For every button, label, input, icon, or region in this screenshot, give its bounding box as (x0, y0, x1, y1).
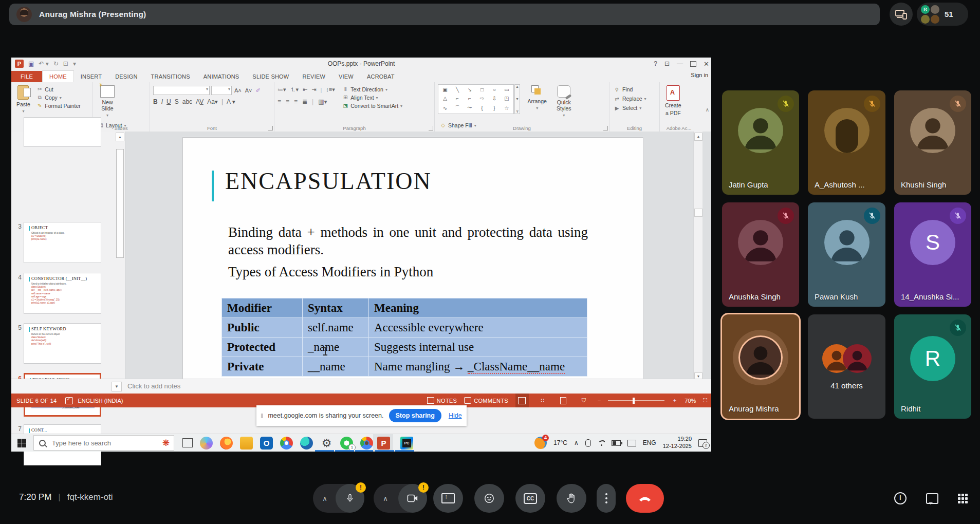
language-indicator[interactable]: ENGLISH (INDIA) (78, 398, 123, 404)
align-text-button[interactable]: ⊞Align Text▾ (342, 95, 402, 101)
tab-review[interactable]: REVIEW (295, 71, 332, 82)
display-cast-icon[interactable] (627, 440, 636, 446)
underline-button[interactable]: U (167, 98, 171, 105)
zoom-level[interactable]: 70% (685, 398, 696, 404)
new-slide-button[interactable]: New Slide▾ (96, 84, 119, 120)
convert-smartart-button[interactable]: ⬔Convert to SmartArt▾ (342, 103, 402, 109)
thumbnail-scroll-thumb[interactable] (116, 149, 124, 258)
tile-41-others[interactable]: 41 others (808, 314, 885, 419)
stop-sharing-button[interactable]: Stop sharing (389, 409, 441, 422)
increase-indent-button[interactable]: ⇥ (311, 86, 316, 93)
fit-slide-button[interactable]: ⛶ (703, 397, 707, 404)
tray-clock[interactable]: 19:2012-12-2025 (663, 436, 692, 450)
align-left-button[interactable]: ≡ (278, 98, 281, 105)
slide-number-indicator[interactable]: SLIDE 6 OF 14 (16, 398, 57, 404)
minimize-button[interactable]: — (677, 60, 683, 67)
cut-button[interactable]: ✂Cut (36, 86, 80, 92)
ppt-titlebar[interactable]: P ▣ ↶ ▾ ↻ ⊡ ▾ OOPs.pptx - PowerPoint ? ⊡… (11, 58, 711, 70)
taskbar-search[interactable]: ❋ (33, 435, 174, 451)
hide-banner-link[interactable]: Hide (449, 412, 462, 419)
char-spacing-button[interactable]: AV̲ (196, 98, 204, 105)
meeting-details-icon[interactable]: i (894, 492, 907, 504)
quick-styles-button[interactable]: Quick Styles▾ (551, 84, 577, 120)
captions-button[interactable]: CC (515, 484, 545, 513)
arrange-button[interactable]: Arrange▾ (525, 84, 548, 120)
tab-slideshow[interactable]: SLIDE SHOW (246, 71, 295, 82)
normal-view-button[interactable] (515, 394, 529, 407)
weather-icon[interactable]: 4 (534, 437, 547, 449)
shapes-scroll[interactable]: ▲▼⊽ (514, 84, 520, 114)
notes-collapse-button[interactable]: ▼ (112, 382, 122, 391)
replace-button[interactable]: ⇄Replace▾ (614, 96, 646, 102)
hidden-icons-chevron[interactable]: ∧ (574, 439, 579, 446)
tile-ashutosh[interactable]: A_Ashutosh ... (808, 90, 885, 195)
activities-grid-icon[interactable] (958, 494, 968, 503)
tile-pawan-kush[interactable]: Pawan Kush (808, 202, 885, 307)
input-language[interactable]: ENG (643, 439, 656, 446)
paragraph-dialog-launcher[interactable] (429, 126, 433, 130)
tray-mic-icon[interactable] (585, 439, 591, 447)
thumbnail-slide-4[interactable]: CONSTRUCTOR (__INIT__) Used to initialis… (24, 273, 101, 314)
change-case-button[interactable]: Aa▾ (207, 98, 218, 105)
align-right-button[interactable]: ≡ (294, 98, 298, 105)
numbering-button[interactable]: ⒈▾ (290, 86, 299, 93)
line-spacing-button[interactable]: ↕≡▾ (326, 86, 335, 93)
tile-anurag-mishra-speaking[interactable]: Anurag Mishra (722, 314, 799, 419)
font-color-button[interactable]: A ▾ (227, 98, 235, 105)
slide-body-text[interactable]: Binding data + methods in one unit and p… (228, 224, 588, 259)
paste-button[interactable]: Paste▾ (14, 84, 32, 120)
columns-button[interactable]: ▥▾ (318, 98, 327, 105)
bold-button[interactable]: B (153, 98, 158, 105)
mic-button[interactable]: ! (336, 484, 364, 513)
participants-count-chip[interactable]: R 51 (917, 3, 968, 26)
restore-button[interactable] (690, 61, 696, 67)
font-name-select[interactable] (153, 86, 210, 95)
ribbon-options-button[interactable]: ⊡ (664, 60, 670, 67)
collapse-ribbon-button[interactable]: ∧ (706, 107, 709, 113)
raise-hand-button[interactable] (557, 484, 586, 513)
tile-ridhit[interactable]: R Ridhit (894, 314, 971, 419)
tab-transitions[interactable]: TRANSITIONS (144, 71, 197, 82)
create-pdf-button[interactable]: Createa PDF (663, 84, 683, 120)
thumbnail-scrollbar[interactable]: ▲ ▼ (115, 132, 124, 407)
tab-insert[interactable]: INSERT (74, 71, 108, 82)
taskbar-chrome-profile[interactable] (353, 434, 373, 452)
shrink-font-button[interactable]: A˅ (244, 87, 253, 93)
help-button[interactable]: ? (654, 60, 657, 67)
notification-center-icon[interactable]: 2 (698, 439, 707, 447)
font-dialog-launcher[interactable] (268, 126, 273, 130)
close-button[interactable]: ✕ (704, 60, 709, 68)
tile-anushka-singh[interactable]: Anushka Singh (722, 202, 799, 307)
taskbar-explorer[interactable] (233, 434, 253, 452)
slide-title[interactable]: ENCAPSULATION (225, 167, 432, 195)
grow-font-button[interactable]: A˄ (233, 87, 243, 93)
decrease-indent-button[interactable]: ⇤ (303, 86, 307, 93)
more-options-button[interactable] (597, 484, 616, 513)
strikethrough-button[interactable]: abc (182, 98, 192, 105)
taskbar-pycharm[interactable]: PC (393, 434, 413, 452)
reading-view-button[interactable] (557, 394, 570, 407)
italic-button[interactable]: I (161, 98, 163, 105)
shapes-gallery[interactable]: ▣╲↘□○▭ △⌐⌐⇨⇩◳ ∿⌒〜{}☆ (438, 84, 514, 114)
search-input[interactable] (51, 439, 140, 447)
chat-icon[interactable] (926, 493, 938, 504)
clear-formatting-button[interactable]: ✐ (255, 87, 262, 94)
drawing-dialog-launcher[interactable] (603, 126, 608, 130)
taskbar-firefox[interactable] (213, 434, 233, 452)
zoom-in-button[interactable]: ＋ (672, 397, 677, 404)
banner-drag-handle[interactable]: ‖ (261, 412, 264, 420)
select-button[interactable]: ▶Select▾ (614, 105, 646, 111)
zoom-slider[interactable] (608, 400, 664, 401)
end-call-button[interactable] (626, 484, 664, 513)
tab-acrobat[interactable]: ACROBAT (360, 71, 401, 82)
justify-button[interactable]: ≣ (302, 98, 307, 105)
font-size-select[interactable] (211, 86, 232, 95)
notes-pane[interactable]: ▼ Click to add notes (11, 379, 711, 394)
tab-view[interactable]: VIEW (332, 71, 360, 82)
taskbar-chrome[interactable] (273, 434, 293, 452)
thumbnail-slide-3[interactable]: OBJECT Object is an instance of a class.… (24, 222, 101, 263)
camera-options-chevron[interactable]: ∧ (374, 484, 397, 513)
tab-file[interactable]: FILE (11, 71, 42, 82)
slide-body-text-2[interactable]: Types of Access Modifiers in Python (228, 264, 433, 280)
tile-khushi-singh[interactable]: Khushi Singh (894, 90, 971, 195)
